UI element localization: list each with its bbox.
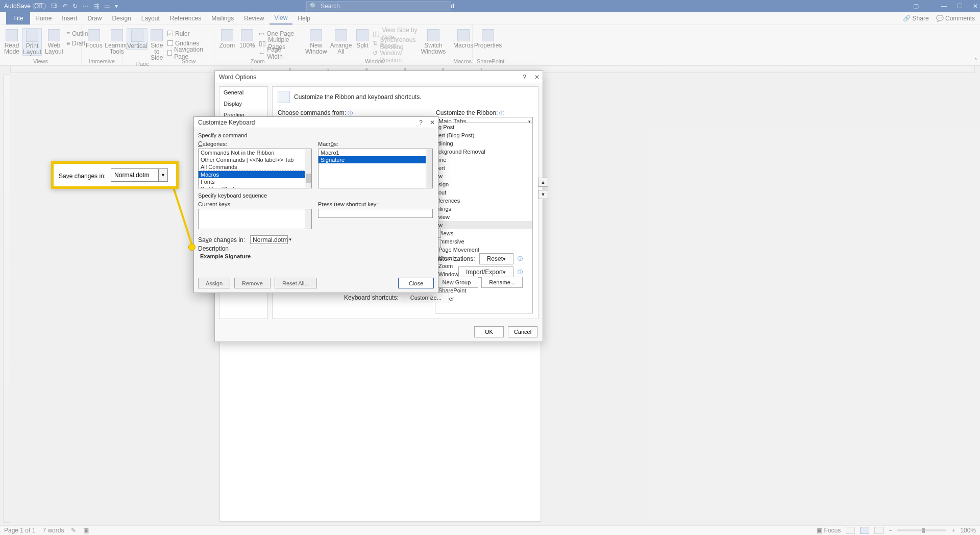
nav-general[interactable]: General bbox=[219, 87, 267, 98]
comments-button[interactable]: 💬 Comments bbox=[936, 15, 975, 22]
chevron-down-icon[interactable]: ▼ bbox=[288, 237, 292, 242]
scrollbar[interactable] bbox=[305, 209, 311, 229]
page-width-button[interactable]: ↔Page Width bbox=[259, 48, 297, 57]
tree-item[interactable]: view bbox=[435, 213, 532, 221]
tree-item[interactable]: sign bbox=[435, 180, 532, 188]
new-window-button[interactable]: New Window bbox=[305, 28, 327, 55]
autosave-toggle[interactable]: Off bbox=[33, 3, 46, 9]
read-view-icon[interactable] bbox=[846, 527, 855, 534]
properties-button[interactable]: Properties bbox=[477, 28, 499, 48]
menu-review[interactable]: Review bbox=[239, 12, 269, 25]
categories-list[interactable]: Commands Not in the RibbonOther Commands… bbox=[198, 149, 312, 188]
tree-item[interactable]: tlining bbox=[435, 139, 532, 148]
menu-view[interactable]: View bbox=[270, 12, 293, 25]
arrange-all-button[interactable]: Arrange All bbox=[330, 28, 352, 55]
menu-insert[interactable]: Insert bbox=[57, 12, 82, 25]
macro-item[interactable]: Signature bbox=[318, 156, 432, 163]
word-count[interactable]: 7 words bbox=[42, 527, 64, 534]
tree-item[interactable]: me bbox=[435, 156, 532, 164]
menu-design[interactable]: Design bbox=[107, 12, 136, 25]
category-item[interactable]: Fonts bbox=[199, 178, 311, 185]
navpane-checkbox[interactable]: Navigation Pane bbox=[167, 48, 210, 57]
tree-item[interactable]: ert (Blog Post) bbox=[435, 131, 532, 139]
new-shortcut-input[interactable] bbox=[318, 209, 433, 218]
customize-shortcuts-button[interactable]: Customize... bbox=[403, 292, 449, 303]
category-item[interactable]: All Commands bbox=[199, 163, 311, 171]
zoom-button[interactable]: Zoom bbox=[218, 28, 236, 48]
focus-mode-button[interactable]: ▣ Focus bbox=[817, 527, 841, 534]
close-icon[interactable]: ✕ bbox=[430, 119, 435, 126]
help-icon[interactable]: ? bbox=[523, 74, 526, 81]
read-mode-button[interactable]: Read Mode bbox=[4, 28, 19, 55]
close-icon[interactable]: ✕ bbox=[534, 74, 540, 81]
menu-file[interactable]: File bbox=[6, 12, 30, 25]
move-up-button[interactable]: ▲ bbox=[538, 178, 548, 187]
scrollbar[interactable] bbox=[305, 149, 311, 188]
category-item[interactable]: Commands Not in the Ribbon bbox=[199, 149, 311, 156]
collapse-ribbon-icon[interactable]: ^ bbox=[974, 58, 977, 63]
tree-item[interactable]: out bbox=[435, 188, 532, 197]
tree-item[interactable]: ckground Removal bbox=[435, 148, 532, 156]
help-icon[interactable]: ? bbox=[419, 119, 423, 126]
info-icon[interactable]: ⓘ bbox=[348, 110, 353, 116]
tree-item[interactable]: w bbox=[435, 172, 532, 180]
macros-list[interactable]: Macro1Signature bbox=[318, 149, 433, 188]
tree-item[interactable]: ert bbox=[435, 164, 532, 172]
category-item[interactable]: Other Commands | <<No label>> Tab bbox=[199, 156, 311, 163]
qat-icon[interactable]: ▭ bbox=[104, 3, 110, 10]
focus-button[interactable]: Focus bbox=[86, 28, 103, 48]
print-layout-button[interactable]: Print Layout bbox=[22, 28, 42, 56]
reset-all-button[interactable]: Reset All... bbox=[275, 278, 317, 288]
menu-mailings[interactable]: Mailings bbox=[206, 12, 239, 25]
move-down-button[interactable]: ▼ bbox=[538, 190, 548, 199]
current-keys-box[interactable] bbox=[198, 209, 312, 229]
macros-button[interactable]: Macros bbox=[453, 28, 473, 48]
web-view-icon[interactable] bbox=[874, 527, 884, 534]
menu-home[interactable]: Home bbox=[30, 12, 57, 25]
autosave[interactable]: AutoSave Off bbox=[4, 3, 46, 10]
new-group-button[interactable]: New Group bbox=[435, 277, 479, 288]
qat-icon[interactable]: ⇶ bbox=[94, 3, 99, 10]
split-button[interactable]: Split bbox=[355, 28, 370, 48]
switch-windows-button[interactable]: Switch Windows bbox=[422, 28, 445, 55]
import-export-button[interactable]: Import/Export ▾ bbox=[458, 266, 513, 278]
vertical-button[interactable]: Vertical bbox=[127, 28, 148, 50]
side-to-side-button[interactable]: Side to Side bbox=[151, 28, 163, 61]
zoom-slider[interactable] bbox=[897, 529, 946, 531]
category-item[interactable]: Macros bbox=[199, 171, 311, 178]
menu-help[interactable]: Help bbox=[292, 12, 315, 25]
redo-icon[interactable]: ↻ bbox=[72, 3, 78, 10]
macro-rec-icon[interactable]: ▣ bbox=[83, 527, 89, 534]
info-icon[interactable]: ⓘ bbox=[499, 110, 504, 116]
maximize-icon[interactable]: ☐ bbox=[957, 3, 963, 10]
ribbon-display-options-icon[interactable]: ▢ bbox=[913, 3, 919, 10]
scrollbar[interactable] bbox=[426, 149, 432, 188]
spell-check-icon[interactable]: ✎ bbox=[71, 527, 76, 534]
category-item[interactable]: Building Blocks bbox=[199, 185, 311, 188]
zoom-in-icon[interactable]: + bbox=[951, 527, 955, 534]
zoom-100-button[interactable]: 100% bbox=[239, 28, 256, 48]
ok-button[interactable]: OK bbox=[474, 326, 504, 337]
menu-draw[interactable]: Draw bbox=[82, 12, 107, 25]
page-indicator[interactable]: Page 1 of 1 bbox=[4, 527, 35, 534]
reset-button[interactable]: Reset ▾ bbox=[479, 253, 513, 264]
search-box[interactable]: 🔍 Search bbox=[306, 1, 451, 11]
vertical-ruler[interactable] bbox=[3, 74, 10, 523]
tree-item[interactable]: w bbox=[435, 221, 532, 229]
assign-button[interactable]: Assign bbox=[198, 278, 230, 288]
zoom-level[interactable]: 100% bbox=[960, 527, 976, 534]
tree-item[interactable]: eloper bbox=[435, 295, 532, 303]
menu-layout[interactable]: Layout bbox=[136, 12, 165, 25]
web-layout-button[interactable]: Web Layout bbox=[45, 28, 63, 55]
share-button[interactable]: 🔗 Share bbox=[903, 15, 928, 22]
cancel-button[interactable]: Cancel bbox=[508, 326, 537, 337]
ruler-checkbox[interactable]: Ruler bbox=[167, 29, 210, 38]
reset-window-button[interactable]: ↺Reset Window Position bbox=[373, 48, 419, 57]
print-view-icon[interactable] bbox=[860, 527, 869, 534]
tree-item[interactable]: g Post bbox=[435, 123, 532, 131]
minimize-icon[interactable]: — bbox=[941, 3, 947, 10]
rename-button[interactable]: Rename... bbox=[481, 277, 523, 288]
close-icon[interactable]: ✕ bbox=[973, 3, 978, 10]
undo-icon[interactable]: ↶ bbox=[62, 3, 67, 10]
close-button[interactable]: Close bbox=[398, 278, 434, 288]
